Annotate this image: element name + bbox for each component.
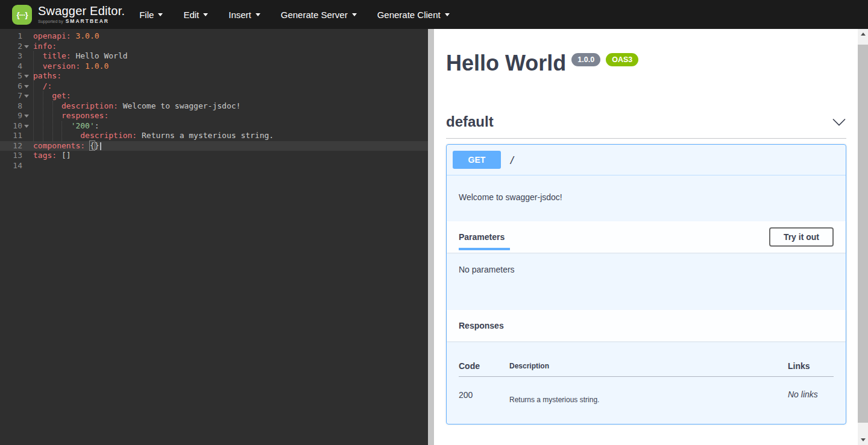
editor-line[interactable]: 9 responses: <box>0 111 428 121</box>
editor-line[interactable]: 12components: {} <box>0 141 428 151</box>
menu-insert[interactable]: Insert <box>228 10 260 20</box>
indent-guide <box>33 51 34 141</box>
tag-name: default <box>446 113 494 130</box>
responses-label: Responses <box>459 321 504 330</box>
editor-line[interactable]: 14 <box>0 161 428 171</box>
editor-line[interactable]: 13tags: [] <box>0 151 428 161</box>
responses-table: Code Description Links 200Returns a myst… <box>459 353 834 412</box>
indent-guide <box>52 101 53 141</box>
code-line[interactable]: version: 1.0.0 <box>30 62 428 72</box>
responses-header: Responses <box>447 310 846 341</box>
scroll-down-button[interactable] <box>858 435 868 445</box>
caret-down-icon <box>158 13 163 16</box>
editor-line[interactable]: 8 description: Welcome to swagger-jsdoc! <box>0 101 428 112</box>
page-scrollbar[interactable] <box>858 29 868 445</box>
gutter-line-number: 8 <box>0 101 30 112</box>
fold-toggle-icon[interactable] <box>24 85 29 88</box>
editor-line[interactable]: 2info: <box>0 42 428 52</box>
response-code: 200 <box>459 377 509 412</box>
menu-label: Generate Server <box>281 10 348 20</box>
swagger-ui-preview: Hello World1.0.0OAS3 default GET / Welco… <box>434 29 868 445</box>
editor-line[interactable]: 7 get: <box>0 91 428 101</box>
code-line[interactable]: '200': <box>30 121 428 131</box>
operation-path: / <box>509 154 515 166</box>
menu-label: File <box>139 10 154 20</box>
menu-generate-client[interactable]: Generate Client <box>377 10 450 20</box>
code-line[interactable]: info: <box>30 42 428 52</box>
logo-texts: Swagger Editor. Supported by SMARTBEAR <box>38 5 125 24</box>
method-badge: GET <box>453 151 501 169</box>
editor-line[interactable]: 1openapi: 3.0.0 <box>0 31 428 42</box>
topbar-menu: FileEditInsertGenerate ServerGenerate Cl… <box>139 10 450 20</box>
caret-down-icon <box>352 13 357 16</box>
code-line[interactable]: components: {} <box>30 141 428 151</box>
gutter-line-number: 6 <box>0 81 30 92</box>
code-line[interactable]: /: <box>30 81 428 92</box>
code-line[interactable]: openapi: 3.0.0 <box>30 31 428 42</box>
editor-line[interactable]: 6 /: <box>0 81 428 92</box>
menu-generate-server[interactable]: Generate Server <box>281 10 357 20</box>
code-line[interactable]: tags: [] <box>30 151 428 161</box>
editor-line[interactable]: 10 '200': <box>0 121 428 131</box>
fold-toggle-icon[interactable] <box>24 75 29 78</box>
gutter-line-number: 14 <box>0 161 30 171</box>
indent-guide <box>43 91 43 141</box>
fold-toggle-icon[interactable] <box>24 95 29 98</box>
supported-by-label: Supported by <box>38 19 63 24</box>
gutter-line-number: 9 <box>0 111 30 121</box>
response-row: 200Returns a mysterious string.No links <box>459 377 834 412</box>
scroll-up-button[interactable] <box>858 29 868 39</box>
editor-lines: 1openapi: 3.0.02info:3 title: Hello Worl… <box>0 31 428 171</box>
responses-tbody: 200Returns a mysterious string.No links <box>459 377 834 412</box>
fold-toggle-icon[interactable] <box>24 125 29 128</box>
smartbear-brand: SMARTBEAR <box>66 19 109 24</box>
editor-line[interactable]: 11 description: Returns a mysterious str… <box>0 131 428 141</box>
swagger-braces-icon: {···} <box>12 5 32 25</box>
triangle-down-icon <box>861 438 866 441</box>
yaml-editor[interactable]: 1openapi: 3.0.02info:3 title: Hello Worl… <box>0 29 428 445</box>
api-title: Hello World <box>446 51 566 75</box>
code-line[interactable]: description: Welcome to swagger-jsdoc! <box>30 101 428 112</box>
code-line[interactable]: paths: <box>30 71 428 81</box>
operation-summary[interactable]: GET / <box>447 145 846 175</box>
tab-underline <box>459 248 510 250</box>
parameters-header: Parameters Try it out <box>447 221 846 253</box>
gutter-line-number: 1 <box>0 31 30 42</box>
gutter-line-number: 3 <box>0 51 30 62</box>
editor-line[interactable]: 5paths: <box>0 71 428 81</box>
gutter-line-number: 4 <box>0 62 30 72</box>
code-line[interactable]: get: <box>30 91 428 101</box>
gutter-line-number: 2 <box>0 42 30 52</box>
code-line[interactable]: description: Returns a mysterious string… <box>30 131 428 141</box>
scrollbar-thumb[interactable] <box>858 45 868 423</box>
code-line[interactable]: responses: <box>30 111 428 121</box>
fold-toggle-icon[interactable] <box>24 45 29 48</box>
tag-section-default[interactable]: default <box>446 113 846 139</box>
try-it-out-button[interactable]: Try it out <box>769 227 834 247</box>
menu-edit[interactable]: Edit <box>183 10 208 20</box>
pane-splitter[interactable] <box>428 29 434 445</box>
fold-toggle-icon[interactable] <box>24 115 29 118</box>
code-line[interactable] <box>30 161 428 171</box>
col-header-code: Code <box>459 353 509 377</box>
menu-label: Edit <box>183 10 199 20</box>
editor-line[interactable]: 3 title: Hello World <box>0 51 428 62</box>
api-version-badge: 1.0.0 <box>571 53 600 66</box>
collapse-chevron-icon[interactable] <box>832 118 846 126</box>
code-line[interactable]: title: Hello World <box>30 51 428 62</box>
tab-parameters[interactable]: Parameters <box>459 232 505 242</box>
caret-down-icon <box>445 13 450 16</box>
triangle-up-icon <box>861 33 866 36</box>
menu-file[interactable]: File <box>139 10 163 20</box>
gutter-line-number: 5 <box>0 71 30 81</box>
topbar: {···} Swagger Editor. Supported by SMART… <box>0 0 868 29</box>
col-header-links: Links <box>788 353 834 377</box>
gutter-line-number: 7 <box>0 91 30 101</box>
no-parameters-message: No parameters <box>447 253 846 310</box>
menu-label: Generate Client <box>377 10 441 20</box>
operation-description: Welcome to swagger-jsdoc! <box>447 175 846 221</box>
operation-get: GET / Welcome to swagger-jsdoc! Paramete… <box>446 144 846 424</box>
swagger-logo: {···} Swagger Editor. Supported by SMART… <box>12 5 125 25</box>
editor-line[interactable]: 4 version: 1.0.0 <box>0 62 428 72</box>
response-links: No links <box>788 377 834 412</box>
